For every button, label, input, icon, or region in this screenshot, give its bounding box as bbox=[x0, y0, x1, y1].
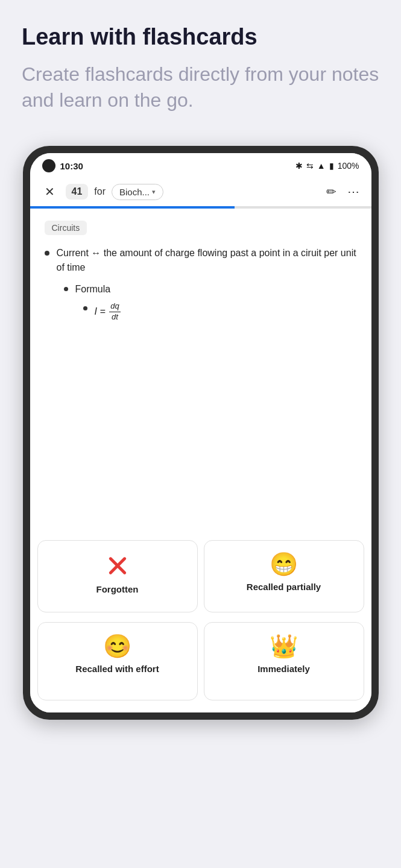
bullet-dot bbox=[45, 251, 49, 256]
phone-mockup: 10:30 ✱ ⇆ ▲ ▮ 100% ✕ 41 for Bioch... ▾ ✏… bbox=[23, 146, 379, 720]
formula-item: I = dq dt bbox=[83, 301, 357, 322]
immediately-button[interactable]: 👑 Immediately bbox=[204, 622, 364, 700]
sub-section: Formula I = dq dt bbox=[45, 282, 357, 322]
bullet-list: Current ↔ the amount of charge flowing p… bbox=[45, 246, 357, 275]
deck-selector[interactable]: Bioch... ▾ bbox=[112, 184, 163, 200]
status-icons: ✱ ⇆ ▲ ▮ 100% bbox=[295, 161, 359, 171]
forgotten-button[interactable]: Forgotten bbox=[37, 540, 198, 612]
recalled-effort-button[interactable]: 😊 Recalled with effort bbox=[37, 622, 198, 700]
recalled-partially-label: Recalled partially bbox=[247, 582, 321, 592]
card-tag: Circuits bbox=[45, 221, 87, 235]
forgotten-label: Forgotten bbox=[96, 584, 139, 594]
battery-percent: 100% bbox=[338, 161, 359, 171]
signal-icon: ▲ bbox=[317, 161, 326, 171]
phone-screen: 10:30 ✱ ⇆ ▲ ▮ 100% ✕ 41 for Bioch... ▾ ✏… bbox=[30, 153, 371, 712]
battery-icon: ▮ bbox=[329, 161, 334, 171]
formula-bullet-dot bbox=[83, 306, 87, 310]
x-icon bbox=[105, 553, 130, 578]
sub-list: Formula bbox=[64, 282, 357, 297]
status-time: 10:30 bbox=[60, 161, 83, 171]
recall-grid-bottom: 😊 Recalled with effort 👑 Immediately bbox=[30, 622, 371, 712]
nav-for-label: for bbox=[94, 186, 106, 197]
camera-icon bbox=[42, 159, 55, 172]
card-count: 41 bbox=[66, 184, 89, 200]
close-button[interactable]: ✕ bbox=[40, 182, 60, 201]
bullet-text: Current ↔ the amount of charge flowing p… bbox=[57, 246, 357, 275]
bluetooth-icon: ✱ bbox=[295, 161, 303, 171]
page-subtitle: Create flashcards directly from your not… bbox=[22, 61, 379, 113]
immediately-emoji: 👑 bbox=[270, 635, 298, 658]
formula-fraction: dq dt bbox=[109, 301, 120, 322]
recalled-effort-label: Recalled with effort bbox=[75, 664, 159, 674]
list-item: Current ↔ the amount of charge flowing p… bbox=[45, 246, 357, 275]
formula-container: I = dq dt bbox=[64, 301, 357, 322]
formula-text: I = dq dt bbox=[95, 301, 122, 322]
edit-button[interactable]: ✏ bbox=[324, 182, 339, 201]
sub-bullet-dot bbox=[64, 287, 68, 291]
deck-name: Bioch... bbox=[119, 187, 150, 197]
recall-grid: Forgotten 😁 Recalled partially bbox=[30, 534, 371, 622]
page-title: Learn with flashcards bbox=[22, 24, 379, 51]
recalled-partially-emoji: 😁 bbox=[270, 553, 298, 576]
nav-bar: ✕ 41 for Bioch... ▾ ✏ ⋯ bbox=[30, 177, 371, 206]
vibrate-icon: ⇆ bbox=[306, 161, 314, 171]
sub-bullet-text: Formula bbox=[75, 282, 111, 297]
top-section: Learn with flashcards Create flashcards … bbox=[0, 0, 401, 131]
status-bar: 10:30 ✱ ⇆ ▲ ▮ 100% bbox=[30, 153, 371, 177]
chevron-down-icon: ▾ bbox=[152, 188, 156, 196]
recalled-partially-button[interactable]: 😁 Recalled partially bbox=[204, 540, 364, 612]
recalled-effort-emoji: 😊 bbox=[103, 635, 131, 658]
immediately-label: Immediately bbox=[257, 664, 310, 674]
status-left: 10:30 bbox=[42, 159, 83, 172]
sub-list-item: Formula bbox=[64, 282, 357, 297]
card-content: Circuits Current ↔ the amount of charge … bbox=[30, 209, 371, 534]
more-options-button[interactable]: ⋯ bbox=[345, 182, 362, 201]
